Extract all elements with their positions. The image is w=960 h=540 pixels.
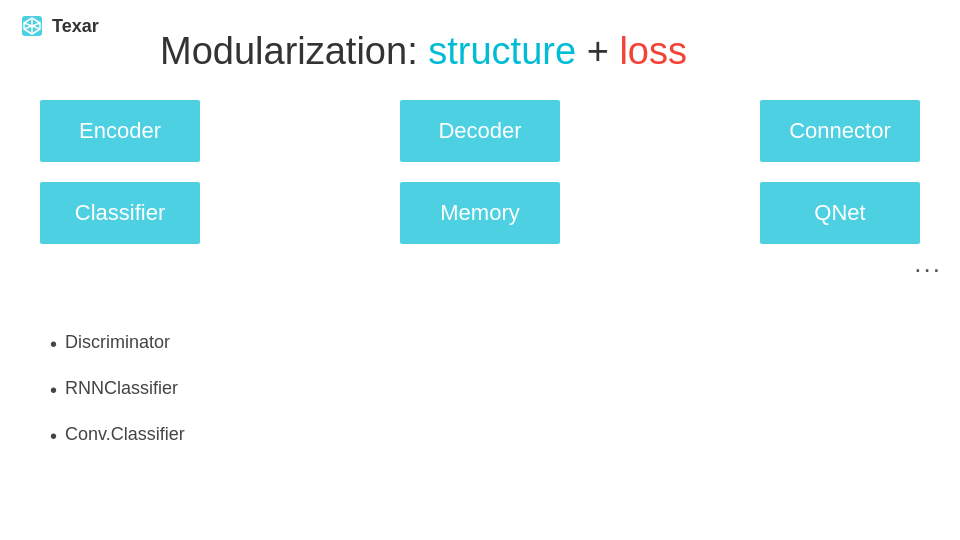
card-connector[interactable]: Connector — [760, 100, 920, 162]
card-decoder[interactable]: Decoder — [400, 100, 560, 162]
title-structure: structure — [428, 30, 576, 72]
bullet-list: Discriminator RNNClassifier Conv.Classif… — [50, 330, 185, 468]
list-item: Discriminator — [50, 330, 185, 358]
card-qnet[interactable]: QNet — [760, 182, 920, 244]
card-classifier[interactable]: Classifier — [40, 182, 200, 244]
ellipsis: ... — [914, 248, 942, 279]
logo: Texar — [18, 12, 99, 40]
card-memory[interactable]: Memory — [400, 182, 560, 244]
title-plus: + — [576, 30, 619, 72]
card-encoder[interactable]: Encoder — [40, 100, 200, 162]
title-prefix: Modularization: — [160, 30, 428, 72]
logo-icon — [18, 12, 46, 40]
title-loss: loss — [619, 30, 687, 72]
list-item: RNNClassifier — [50, 376, 185, 404]
page-title: Modularization: structure + loss — [160, 30, 687, 73]
list-item: Conv.Classifier — [50, 422, 185, 450]
logo-label: Texar — [52, 16, 99, 37]
cards-grid: Encoder Decoder Connector Classifier Mem… — [40, 100, 920, 244]
